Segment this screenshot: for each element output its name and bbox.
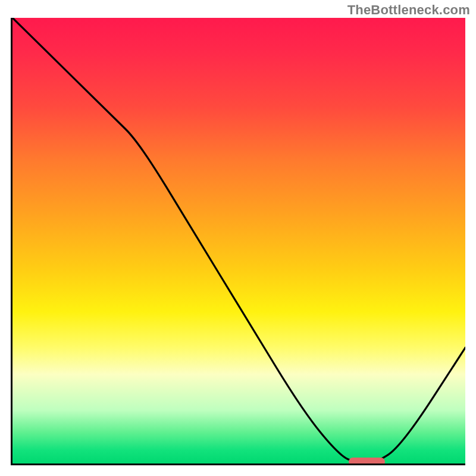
optimal-marker [349,458,385,465]
plot-area [11,18,465,465]
curve-path [12,18,465,464]
curve-line [12,18,465,464]
chart-container: TheBottleneck.com [0,0,476,476]
watermark-text: TheBottleneck.com [347,2,470,18]
